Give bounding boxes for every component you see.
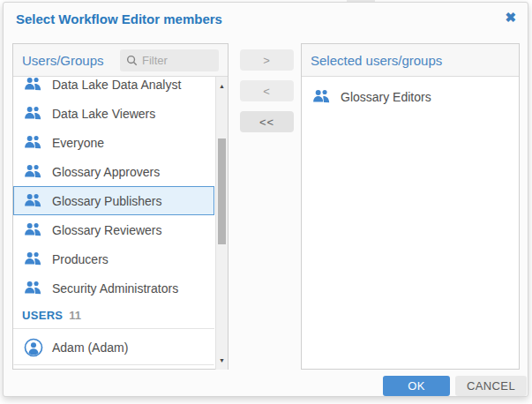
dialog-title: Select Workflow Editor members bbox=[16, 11, 222, 26]
list-item-user[interactable]: Adam (Adam) bbox=[13, 329, 214, 365]
list-item-label: Security Administrators bbox=[52, 281, 178, 296]
list-item-label: Data Lake Viewers bbox=[52, 107, 155, 121]
filter-box[interactable] bbox=[120, 49, 219, 71]
list-item-label: Everyone bbox=[52, 136, 104, 150]
move-left-button[interactable]: < bbox=[240, 80, 294, 101]
scrollbar[interactable]: ▲ ▼ bbox=[215, 77, 228, 370]
group-icon bbox=[23, 106, 43, 121]
list-item-label: Glossary Reviewers bbox=[52, 223, 161, 237]
list-item-label: Glossary Editors bbox=[341, 90, 431, 104]
list-item-group[interactable]: Everyone bbox=[13, 128, 214, 157]
available-panel: Users/Groups Data Lake Data Analyst bbox=[12, 43, 229, 370]
scrollbar-thumb[interactable] bbox=[218, 138, 226, 244]
group-icon bbox=[311, 89, 332, 104]
group-icon bbox=[23, 135, 43, 150]
list-item-label: Data Lake Data Analyst bbox=[52, 78, 181, 92]
list-item-group[interactable]: Producers bbox=[13, 244, 214, 273]
list-item-group[interactable]: Security Administrators bbox=[13, 273, 214, 303]
selected-list: Glossary Editors bbox=[302, 77, 519, 370]
select-members-dialog: Select Workflow Editor members ✖ Users/G… bbox=[3, 2, 528, 397]
transfer-button-group: > < << bbox=[240, 49, 294, 132]
selected-panel: Selected users/groups Glossary Editors bbox=[301, 43, 520, 370]
filter-input[interactable] bbox=[142, 54, 204, 67]
group-icon bbox=[23, 222, 43, 237]
group-icon bbox=[23, 193, 43, 208]
available-panel-header: Users/Groups bbox=[13, 44, 228, 77]
move-right-button[interactable]: > bbox=[240, 49, 294, 71]
list-item-label: Adam (Adam) bbox=[52, 340, 128, 355]
list-item-group[interactable]: Data Lake Data Analyst bbox=[13, 77, 214, 99]
selected-panel-header: Selected users/groups bbox=[302, 44, 519, 77]
list-item-group[interactable]: Data Lake Viewers bbox=[13, 99, 214, 128]
available-panel-title: Users/Groups bbox=[22, 53, 104, 68]
list-item-label: Glossary Publishers bbox=[52, 194, 162, 208]
list-item-group-selected[interactable]: Glossary Publishers bbox=[13, 186, 214, 215]
users-section-label: USERS bbox=[22, 309, 63, 322]
available-list: Data Lake Data Analyst Data Lake Viewers… bbox=[13, 77, 228, 370]
group-icon bbox=[23, 281, 43, 296]
ok-button[interactable]: OK bbox=[383, 376, 450, 396]
group-icon bbox=[23, 251, 43, 266]
user-icon bbox=[23, 338, 43, 357]
users-section-count: 11 bbox=[69, 309, 81, 322]
close-icon[interactable]: ✖ bbox=[505, 9, 516, 26]
move-all-left-button[interactable]: << bbox=[240, 111, 294, 132]
list-item-label: Producers bbox=[52, 252, 109, 266]
users-section-header: USERS 11 bbox=[13, 303, 214, 329]
list-item-group[interactable]: Glossary Reviewers bbox=[13, 215, 214, 244]
group-icon bbox=[23, 164, 43, 179]
list-item-label: Glossary Approvers bbox=[52, 165, 160, 179]
list-item-group[interactable]: Glossary Approvers bbox=[13, 157, 214, 186]
list-item-group[interactable]: Glossary Editors bbox=[302, 82, 506, 111]
scroll-down-icon[interactable]: ▼ bbox=[216, 357, 228, 363]
search-icon bbox=[126, 55, 138, 66]
group-icon bbox=[23, 77, 43, 92]
selected-panel-title: Selected users/groups bbox=[311, 53, 442, 68]
cancel-button[interactable]: CANCEL bbox=[455, 376, 527, 396]
scroll-up-icon[interactable]: ▲ bbox=[216, 83, 228, 89]
